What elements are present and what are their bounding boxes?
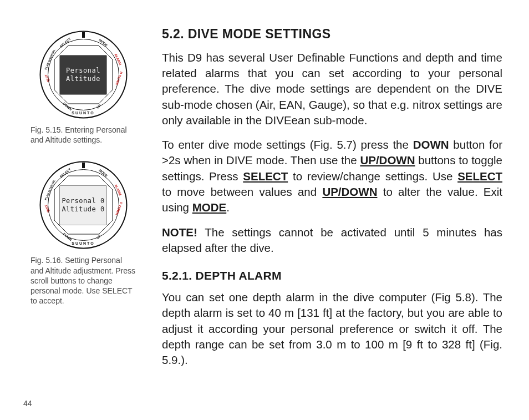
key-select: SELECT bbox=[457, 170, 502, 183]
paragraph-note: NOTE! The settings cannot be activated u… bbox=[162, 225, 502, 256]
watch-brand: SUUNTO bbox=[72, 241, 94, 245]
paragraph-depth-alarm: You can set one depth alarm in the dive … bbox=[162, 290, 502, 368]
figure-caption-5-15: Fig. 5.15. Entering Personal and Altitud… bbox=[30, 125, 136, 145]
screen-line-2: Altitude 0 bbox=[62, 205, 104, 213]
page-number: 44 bbox=[23, 399, 32, 408]
watch-illustration-2: SELECT MODE ALARM D DOWN QUIT PLAN INTER… bbox=[38, 159, 129, 251]
svg-rect-7 bbox=[82, 163, 85, 168]
heading-5-2-1: 5.2.1. DEPTH ALARM bbox=[162, 268, 502, 284]
key-up-down: UP/DOWN bbox=[360, 154, 415, 166]
figure-5-16: SELECT MODE ALARM D DOWN QUIT PLAN INTER… bbox=[30, 159, 136, 306]
watch-screen-plain: Personal 0 Altitude 0 bbox=[59, 185, 107, 225]
screen-line-1: Personal bbox=[66, 67, 100, 74]
screen-line-2: Altitude bbox=[66, 75, 100, 83]
key-up-down: UP/DOWN bbox=[322, 185, 377, 198]
paragraph-instructions: To enter dive mode settings (Fig. 5.7) p… bbox=[162, 137, 502, 215]
watch-brand: SUUNTO bbox=[72, 111, 94, 115]
text-fragment: to review/change settings. Use bbox=[288, 170, 457, 183]
svg-rect-3 bbox=[82, 32, 85, 38]
paragraph-intro: This D9 has several User Definable Funct… bbox=[162, 50, 502, 128]
watch-screen-highlighted: Personal Altitude bbox=[59, 55, 107, 95]
key-down: DOWN bbox=[413, 138, 449, 151]
note-text: The settings cannot be activated until 5… bbox=[162, 226, 502, 254]
text-fragment: To enter dive mode settings (Fig. 5.7) p… bbox=[162, 138, 413, 151]
key-select: SELECT bbox=[243, 170, 288, 183]
key-mode: MODE bbox=[192, 201, 227, 214]
note-label: NOTE! bbox=[162, 226, 197, 239]
content-column: 5.2. DIVE MODE SETTINGS This D9 has seve… bbox=[162, 26, 502, 398]
text-fragment: . bbox=[226, 201, 230, 214]
text-fragment: to move between values and bbox=[162, 185, 322, 198]
figure-caption-5-16: Fig. 5.16. Setting Personal and Altitude… bbox=[30, 255, 136, 306]
screen-line-1: Personal 0 bbox=[62, 197, 104, 205]
figure-sidebar: SELECT MODE ALARM D DOWN QUIT PLAN INTER… bbox=[22, 26, 144, 398]
page: SELECT MODE ALARM D DOWN QUIT PLAN INTER… bbox=[0, 0, 529, 420]
watch-illustration-1: SELECT MODE ALARM D DOWN QUIT PLAN INTER… bbox=[38, 29, 129, 120]
figure-5-15: SELECT MODE ALARM D DOWN QUIT PLAN INTER… bbox=[30, 29, 136, 145]
heading-5-2: 5.2. DIVE MODE SETTINGS bbox=[162, 26, 502, 43]
